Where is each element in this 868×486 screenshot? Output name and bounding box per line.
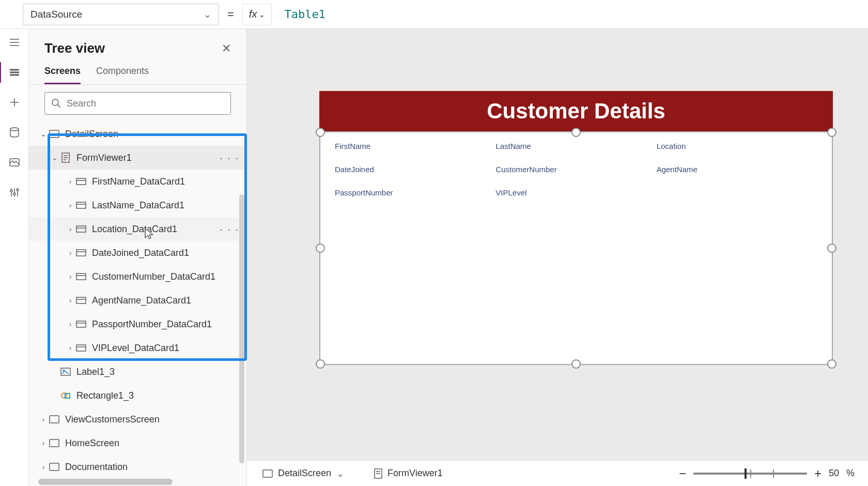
label-icon [60, 367, 71, 376]
tree-node-datacard[interactable]: ›LastName_DataCard1 [29, 193, 246, 217]
svg-rect-6 [50, 130, 59, 138]
canvas[interactable]: Customer Details FirstName LastName Loca… [247, 29, 868, 486]
tree-node-screen[interactable]: ›ViewCustomersScreen [29, 407, 246, 431]
svg-rect-15 [76, 345, 86, 351]
tree-view-panel: Tree view ✕ Screens Components ⌄ DetailS… [29, 29, 247, 486]
resize-handle[interactable] [827, 128, 836, 137]
chevron-down-icon: ⌄ [259, 10, 265, 19]
node-label: ViewCustomersScreen [65, 414, 160, 425]
more-icon[interactable]: · · · [220, 152, 239, 164]
fx-button[interactable]: fx ⌄ [242, 4, 272, 25]
tree-node-rectangle[interactable]: Rectangle1_3 [29, 384, 246, 407]
node-label: VIPLevel_DataCard1 [92, 343, 179, 354]
scrollbar-horizontal[interactable] [38, 479, 173, 485]
node-label: CustomerNumber_DataCard1 [92, 271, 215, 282]
left-rail [0, 29, 29, 486]
scrollbar[interactable] [239, 194, 244, 463]
zoom-value: 50 [829, 468, 839, 479]
tree-node-screen[interactable]: ›Documentation [29, 455, 246, 479]
shape-icon [60, 391, 71, 400]
field-label: LastName [495, 142, 656, 150]
tree-node-form[interactable]: ⌄ FormViewer1 · · · [29, 146, 246, 170]
tab-screens[interactable]: Screens [44, 60, 81, 84]
search-field[interactable] [67, 98, 224, 109]
tree-node-datacard[interactable]: ›FirstName_DataCard1 [29, 170, 246, 193]
breadcrumb-screen[interactable]: DetailScreen ⌄ [256, 461, 354, 487]
svg-rect-9 [76, 202, 86, 208]
chevron-down-icon: ⌄ [336, 468, 344, 479]
tab-components[interactable]: Components [96, 60, 149, 84]
form-icon [60, 153, 71, 162]
chevron-right-icon: › [65, 249, 75, 257]
status-bar: DetailScreen ⌄ FormViewer1 − + 50 % [247, 460, 868, 486]
screen-icon [49, 415, 60, 424]
node-label: DateJoined_DataCard1 [92, 248, 189, 259]
zoom-out-button[interactable]: − [679, 466, 686, 481]
tree-node-screen[interactable]: ⌄ DetailScreen [29, 122, 246, 146]
chevron-right-icon: › [65, 177, 75, 186]
screen-icon [49, 438, 60, 448]
field-label: VIPLevel [495, 188, 656, 197]
settings-icon[interactable] [8, 186, 21, 199]
chevron-right-icon: › [38, 415, 49, 423]
form-viewer[interactable]: FirstName LastName Location DateJoined C… [319, 131, 833, 365]
property-dropdown[interactable]: DataSource ⌄ [23, 4, 219, 25]
media-icon[interactable] [8, 156, 21, 169]
canvas-content: Customer Details FirstName LastName Loca… [319, 91, 833, 365]
search-input[interactable] [44, 92, 231, 115]
datacard-icon [75, 201, 87, 210]
field-label: CustomerNumber [495, 165, 656, 174]
field-label: AgentName [657, 165, 817, 174]
hamburger-icon[interactable] [8, 36, 21, 49]
resize-handle[interactable] [571, 128, 581, 137]
datacard-icon [75, 320, 87, 329]
resize-handle[interactable] [316, 128, 325, 137]
tree-node-datacard[interactable]: ›Location_DataCard1· · · [29, 217, 246, 241]
more-icon[interactable]: · · · [220, 223, 239, 235]
panel-tabs: Screens Components [29, 60, 246, 85]
search-icon [51, 98, 61, 109]
screen-icon [49, 129, 60, 139]
close-icon[interactable]: ✕ [222, 42, 231, 55]
tree-node-datacard[interactable]: ›DateJoined_DataCard1 [29, 241, 246, 265]
tree-node-screen[interactable]: ›HomeScreen [29, 431, 246, 455]
formula-bar: DataSource ⌄ = fx ⌄ [0, 0, 868, 29]
zoom-in-button[interactable]: + [814, 466, 822, 481]
zoom-slider[interactable] [693, 473, 807, 475]
form-icon [374, 468, 382, 479]
insert-icon[interactable] [8, 96, 21, 109]
node-label: AgentName_DataCard1 [92, 295, 191, 306]
resize-handle[interactable] [827, 244, 836, 253]
svg-rect-8 [76, 178, 86, 185]
node-label: FirstName_DataCard1 [92, 176, 185, 187]
node-label: Location_DataCard1 [92, 224, 177, 235]
node-label: Label1_3 [76, 367, 115, 377]
tree-view-icon[interactable] [8, 66, 21, 79]
tree-node-datacard[interactable]: ›AgentName_DataCard1 [29, 288, 246, 312]
slider-thumb[interactable] [745, 468, 747, 479]
datacard-icon [75, 272, 87, 281]
datacard-icon [75, 177, 87, 186]
fx-label: fx [249, 8, 257, 20]
svg-point-4 [17, 189, 19, 191]
data-icon[interactable] [8, 126, 21, 139]
tree-node-datacard[interactable]: ›VIPLevel_DataCard1 [29, 336, 246, 360]
formula-input[interactable] [277, 4, 865, 25]
chevron-down-icon: ⌄ [50, 154, 60, 162]
tree-node-datacard[interactable]: ›PassportNumber_DataCard1 [29, 312, 246, 336]
svg-rect-19 [50, 416, 59, 423]
resize-handle[interactable] [827, 359, 836, 369]
property-name: DataSource [30, 9, 82, 20]
panel-title: Tree view [44, 40, 105, 56]
chevron-right-icon: › [65, 320, 75, 328]
resize-handle[interactable] [316, 244, 325, 253]
field-label: Location [657, 142, 817, 150]
resize-handle[interactable] [316, 359, 325, 369]
breadcrumb-control[interactable]: FormViewer1 [368, 461, 453, 487]
tree-node-datacard[interactable]: ›CustomerNumber_DataCard1 [29, 265, 246, 288]
chevron-right-icon: › [65, 296, 75, 305]
resize-handle[interactable] [571, 359, 581, 369]
tree-node-label[interactable]: Label1_3 [29, 360, 246, 384]
datacard-icon [75, 224, 87, 234]
field-label: FirstName [335, 142, 495, 150]
